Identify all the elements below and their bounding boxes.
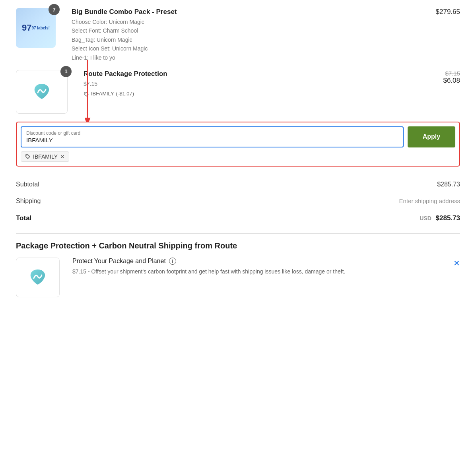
route-protect-desc: $7.15 - Offset your shipment's carbon fo… [72, 267, 441, 276]
product-2-row: 1 Route Package Protection $7.15 [16, 70, 460, 114]
shipping-value: Enter shipping address [399, 198, 460, 204]
product-2-image-wrap: 1 [16, 70, 68, 114]
total-currency: USD [420, 215, 431, 221]
product-1-image-wrap: 7 97 97 labels! [16, 8, 56, 48]
route-section-title: Package Protection + Carbon Neutral Ship… [16, 240, 460, 251]
total-value-wrap: USD $285.73 [420, 214, 460, 222]
svg-point-0 [85, 93, 86, 93]
product-1-details: Big Bundle Combo Pack - Preset Choose Co… [64, 8, 428, 62]
product-1-meta: Choose Color: Unicorn Magic Select Font:… [72, 17, 420, 62]
applied-code-label: IBFAMILY [33, 153, 58, 160]
product-2-meta: $7.15 IBFAMILY (-$1.07) [84, 79, 427, 98]
tag-icon-applied [25, 154, 31, 159]
product-2-price: $7.15 $6.08 [443, 70, 460, 85]
product-2-name: Route Package Protection [84, 70, 427, 78]
route-logo-icon [28, 80, 56, 104]
svg-point-3 [27, 155, 27, 156]
product-2-details: Route Package Protection $7.15 IBFAMILY … [76, 70, 435, 98]
totals-section: Subtotal $285.73 Shipping Enter shipping… [16, 176, 460, 227]
product-2-discount-info: IBFAMILY (-$1.07) [84, 90, 427, 98]
product-1-price: $279.65 [436, 8, 460, 16]
shipping-label: Shipping [16, 198, 41, 205]
tag-icon [84, 91, 89, 97]
discount-code-input[interactable] [26, 137, 398, 143]
section-divider [16, 233, 460, 234]
discount-tag-row: IBFAMILY ✕ [21, 151, 455, 162]
route-protect-image [16, 258, 60, 297]
info-icon[interactable]: i [169, 258, 176, 265]
discount-input-wrap: Discount code or gift card [21, 126, 404, 147]
discount-tag: IBFAMILY ✕ [21, 151, 69, 162]
route-protect-row: Protect Your Package and Planet i $7.15 … [16, 258, 460, 297]
product-1-row: 7 97 97 labels! Big Bundle Combo Pack - … [16, 8, 460, 62]
discount-input-label: Discount code or gift card [26, 130, 398, 136]
close-route-button[interactable]: ✕ [453, 258, 460, 268]
discount-input-row: Discount code or gift card Apply [21, 126, 455, 147]
product-1-name: Big Bundle Combo Pack - Preset [72, 8, 420, 16]
product-2-quantity-badge: 1 [60, 66, 72, 77]
discount-wrapper: Discount code or gift card Apply IBFAMIL… [16, 122, 460, 167]
discount-section: Discount code or gift card Apply IBFAMIL… [16, 122, 460, 167]
product-1-quantity-badge: 7 [49, 4, 60, 15]
remove-discount-button[interactable]: ✕ [60, 153, 65, 160]
total-value: $285.73 [436, 214, 460, 222]
route-protect-name: Protect Your Package and Planet i [72, 258, 441, 265]
route-protect-text: Protect Your Package and Planet i $7.15 … [66, 258, 447, 276]
product-2-image [16, 70, 68, 114]
product-2-price-original: $7.15 [443, 70, 460, 77]
route-section: Package Protection + Carbon Neutral Ship… [16, 240, 460, 297]
shipping-row: Shipping Enter shipping address [16, 193, 460, 209]
total-row: Total USD $285.73 [16, 209, 460, 227]
route-logo-icon-2 [24, 266, 52, 289]
subtotal-value: $285.73 [437, 181, 460, 188]
total-label: Total [16, 214, 31, 222]
subtotal-label: Subtotal [16, 181, 39, 188]
apply-button[interactable]: Apply [408, 126, 455, 147]
product-1-image: 97 97 labels! [16, 8, 56, 48]
product-2-price-current: $6.08 [443, 77, 460, 84]
subtotal-row: Subtotal $285.73 [16, 176, 460, 193]
